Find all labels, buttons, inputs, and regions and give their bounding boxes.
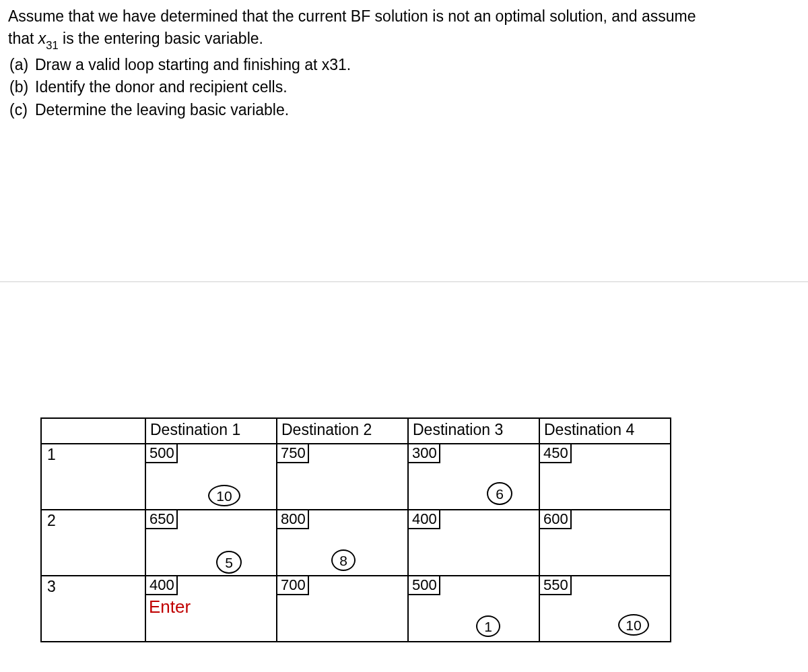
- header-d4: Destination 4: [539, 418, 671, 444]
- problem-intro: Assume that we have determined that the …: [8, 5, 800, 53]
- part-a: (a) Draw a valid loop starting and finis…: [8, 54, 800, 76]
- cost-r1d1: 500: [145, 443, 178, 463]
- cell-r1d4: 450: [539, 444, 671, 510]
- part-c: (c) Determine the leaving basic variable…: [8, 99, 800, 121]
- cell-r1d2: 750: [277, 444, 408, 510]
- alloc-r2d1: 5: [216, 551, 242, 574]
- table-row-3: 3 400 Enter 700 500 1 550 10: [41, 576, 671, 642]
- cost-r1d4: 450: [539, 443, 572, 463]
- intro-line2b: is the entering basic variable.: [59, 30, 263, 47]
- header-blank: [41, 418, 145, 444]
- cell-r1d1: 500 10: [145, 444, 277, 510]
- parts-list: (a) Draw a valid loop starting and finis…: [8, 54, 800, 121]
- table-header-row: Destination 1 Destination 2 Destination …: [41, 418, 671, 444]
- cost-r2d1: 650: [145, 509, 178, 529]
- intro-var-sub: 31: [46, 39, 58, 52]
- cell-r2d3: 400: [408, 510, 539, 576]
- intro-line2a: that: [8, 30, 38, 47]
- row1-label: 1: [41, 444, 145, 510]
- alloc-r3d3: 1: [476, 615, 500, 637]
- cell-r3d4: 550 10: [539, 576, 671, 642]
- header-d3: Destination 3: [408, 418, 539, 444]
- cost-r3d3: 500: [407, 575, 440, 595]
- transportation-table: Destination 1 Destination 2 Destination …: [40, 417, 671, 642]
- intro-var-x: x: [38, 30, 46, 47]
- cost-r3d1: 400: [145, 575, 178, 595]
- alloc-r1d3: 6: [487, 482, 512, 505]
- page: Assume that we have determined that the …: [0, 0, 808, 672]
- part-b-label: (b): [8, 76, 35, 98]
- page-divider: [0, 281, 808, 282]
- cost-r3d2: 700: [276, 575, 309, 595]
- row2-label: 2: [41, 510, 145, 576]
- cell-r2d4: 600: [539, 510, 671, 576]
- part-a-label: (a): [8, 54, 35, 76]
- alloc-r1d1: 10: [208, 485, 240, 506]
- part-b-text: Identify the donor and recipient cells.: [35, 76, 800, 98]
- alloc-r2d2: 8: [331, 549, 356, 571]
- part-c-label: (c): [8, 99, 35, 121]
- intro-line1: Assume that we have determined that the …: [8, 7, 696, 25]
- header-d1: Destination 1: [145, 418, 277, 444]
- cost-r2d4: 600: [539, 509, 572, 529]
- part-b: (b) Identify the donor and recipient cel…: [8, 76, 800, 98]
- part-a-var-x: x: [322, 56, 330, 73]
- row3-label: 3: [41, 576, 145, 642]
- alloc-r3d4: 10: [618, 614, 649, 636]
- cell-r3d3: 500 1: [408, 576, 539, 642]
- part-c-text: Determine the leaving basic variable.: [35, 99, 800, 121]
- part-a-var-sub: 31: [329, 56, 347, 73]
- cost-r1d3: 300: [407, 443, 440, 463]
- cell-r2d1: 650 5: [145, 510, 277, 576]
- cell-r2d2: 800 8: [277, 510, 408, 576]
- header-d2: Destination 2: [277, 418, 408, 444]
- cell-r3d1: 400 Enter: [145, 576, 277, 642]
- cost-r2d3: 400: [407, 509, 440, 529]
- table-row-1: 1 500 10 750 300 6 450: [41, 444, 671, 510]
- cost-r3d4: 550: [539, 575, 572, 595]
- table-row-2: 2 650 5 800 8 400 600: [41, 510, 671, 576]
- cell-r3d2: 700: [277, 576, 408, 642]
- part-a-text-1: Draw a valid loop starting and finishing…: [35, 56, 322, 73]
- part-a-text: Draw a valid loop starting and finishing…: [35, 54, 800, 76]
- cost-r2d2: 800: [276, 509, 309, 529]
- cell-r1d3: 300 6: [408, 444, 539, 510]
- enter-label: Enter: [149, 597, 191, 617]
- cost-r1d2: 750: [276, 443, 309, 463]
- part-a-text-2: .: [347, 56, 351, 73]
